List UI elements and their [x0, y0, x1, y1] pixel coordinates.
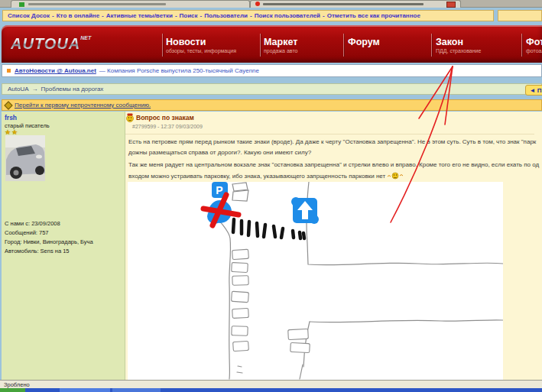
start-button[interactable]	[0, 388, 25, 392]
link-separator: -	[250, 12, 252, 19]
menu-label: Новости	[166, 37, 236, 47]
link-who-online[interactable]: Кто в онлайне	[57, 12, 99, 19]
link-separator: -	[323, 12, 325, 19]
menu-sublabel: фотоал	[526, 48, 542, 53]
tab-title-placeholder	[28, 3, 166, 5]
news-bar: АвтоНовости @ Autoua.net — Компания Pors…	[2, 64, 542, 77]
browser-page: Список Досок- Кто в онлайне- Активные те…	[0, 0, 542, 392]
post-body-text: входом можно устраивать парковку, ибо зн…	[128, 173, 385, 180]
taskbar-button[interactable]	[112, 388, 161, 392]
menu-label: Маркет	[264, 37, 297, 47]
menu-divider	[162, 34, 163, 57]
news-bullet-icon	[7, 69, 11, 73]
news-source-link[interactable]: АвтоНовости @ Autoua.net	[15, 67, 96, 74]
menu-label: Форум	[348, 37, 380, 47]
author-name-link[interactable]: frsh	[5, 114, 17, 121]
taskbar	[0, 388, 542, 392]
link-separator: -	[52, 12, 54, 19]
link-active-topics[interactable]: Активные темы/ветки	[106, 12, 173, 19]
breadcrumb: AutoUA → Проблемы на дорогах ◄ П	[2, 83, 542, 95]
browser-tab-active[interactable]	[250, 0, 461, 8]
menu-divider	[521, 34, 522, 57]
straight-ahead-sign	[291, 197, 319, 224]
link-separator: -	[175, 12, 177, 19]
jump-arrow-icon	[4, 101, 12, 109]
taskbar-button[interactable]	[60, 388, 110, 392]
menu-label: Закон	[436, 37, 481, 47]
link-mark-all-read[interactable]: Отметить все как прочитанное	[327, 12, 420, 19]
svg-text:P: P	[216, 184, 222, 196]
news-headline[interactable]: — Компания Porsche выпустила 250-тысячны…	[99, 67, 259, 74]
status-text: Зроблено	[4, 381, 30, 388]
post-content: Вопрос по знакам #2799599 - 12:37 09/03/…	[125, 112, 539, 380]
menu-item-law[interactable]: Закон ПДД, страхование	[436, 37, 481, 53]
menu-item-market[interactable]: Маркет продажа авто	[264, 37, 297, 53]
author-joined: С нами с: 23/09/2008	[5, 220, 60, 227]
breadcrumb-site-link[interactable]: AutoUA	[8, 86, 29, 92]
menu-item-news[interactable]: Новости обзоры, тесты, информация	[166, 37, 236, 53]
smiley-icon	[125, 113, 135, 122]
post-meta: #2799599 - 12:37 09/03/2009	[132, 124, 203, 129]
tab-title-placeholder	[263, 3, 424, 5]
tab-close-icon[interactable]	[446, 2, 456, 8]
road-sketch-image: P	[128, 182, 503, 380]
site-logo[interactable]: AUTOUANET	[11, 35, 91, 53]
browser-tab[interactable]	[11, 0, 250, 8]
link-search[interactable]: Поиск	[180, 12, 198, 19]
author-city: Город: Нивки, Виноградарь, Буча	[5, 238, 93, 245]
link-board-list[interactable]: Список Досок	[8, 12, 50, 19]
road-sketch-svg: P	[128, 182, 503, 380]
browser-tab-strip	[0, 0, 542, 8]
site-header: AUTOUANET Новости обзоры, тесты, информа…	[2, 25, 542, 63]
tab-favicon-red	[255, 2, 260, 6]
menu-divider	[260, 34, 261, 57]
menu-divider	[431, 34, 432, 57]
author-car: Автомобиль: Sens на 15	[5, 248, 70, 254]
post-title: Вопрос по знакам	[136, 114, 194, 121]
forum-post: frsh старый писатель ★★ С нами с: 23/09/…	[2, 112, 542, 380]
breadcrumb-arrow: →	[32, 86, 38, 92]
breadcrumb-section[interactable]: Проблемы на дорогах	[41, 86, 104, 92]
prev-topic-button[interactable]: ◄ П	[525, 85, 542, 96]
logo-text: AUTOUA	[11, 35, 80, 52]
menu-item-forum[interactable]: Форум	[348, 37, 380, 48]
link-users[interactable]: Пользователи	[204, 12, 248, 19]
jump-to-unread-link[interactable]: Перейти к первому непрочтенному сообщени…	[15, 102, 151, 109]
logo-suffix: NET	[80, 35, 91, 40]
link-user-search[interactable]: Поиск пользователей	[255, 12, 320, 19]
author-sidebar: frsh старый писатель ★★ С нами с: 23/09/…	[2, 112, 125, 380]
menu-item-photo[interactable]: Фото фотоал	[526, 37, 542, 53]
menu-sublabel: ПДД, страхование	[436, 48, 481, 53]
menu-sublabel: обзоры, тесты, информация	[166, 48, 236, 53]
post-divider	[125, 134, 534, 134]
forum-links-bar: Список Досок- Кто в онлайне- Активные те…	[2, 10, 494, 21]
dizzy-emoticon	[387, 172, 404, 180]
post-body-line: дожны размещаться справа от дороги?. Как…	[128, 149, 311, 156]
menu-label: Фото	[526, 37, 542, 47]
author-messages: Сообщений: 757	[5, 229, 49, 236]
author-avatar-car-photo	[5, 135, 45, 181]
menu-sublabel: продажа авто	[264, 48, 297, 53]
post-body-line: входом можно устраивать парковку, ибо зн…	[128, 172, 404, 180]
post-body-line: Так же меня радует на центральном вокзал…	[128, 161, 539, 168]
jump-bar: Перейти к первому непрочтенному сообщени…	[2, 99, 542, 111]
tab-favicon-green	[19, 2, 24, 7]
forum-links-bar-right	[498, 10, 542, 21]
menu-divider	[343, 34, 344, 57]
link-separator: -	[200, 12, 203, 19]
link-separator: -	[102, 12, 104, 19]
post-body-line: Есть на петровке прям перед рынком такие…	[128, 138, 536, 145]
